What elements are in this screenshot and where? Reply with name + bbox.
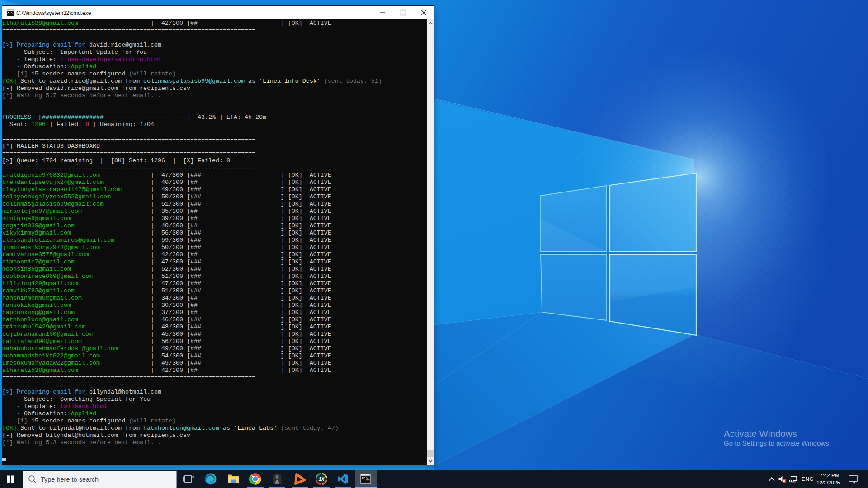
svg-text:1X: 1X	[319, 477, 325, 482]
svg-text:C:\.: C:\.	[8, 12, 15, 15]
svg-text:C:\: C:\	[362, 476, 368, 480]
